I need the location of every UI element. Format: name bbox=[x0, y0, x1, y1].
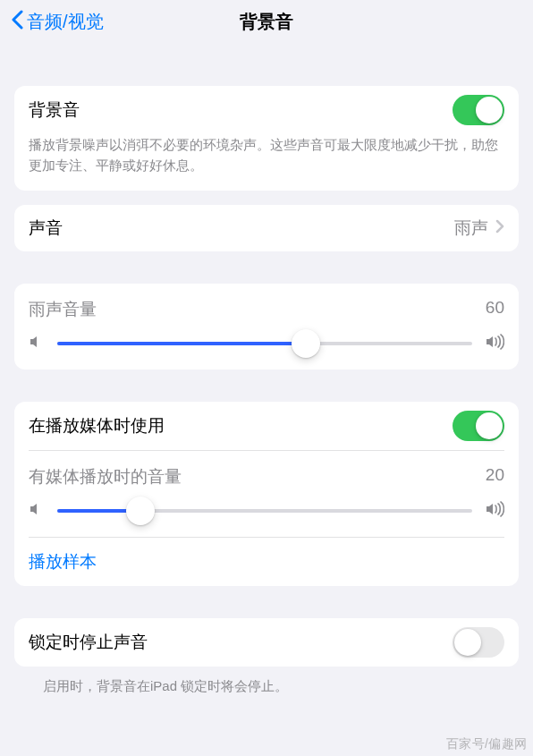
background-sound-toggle[interactable] bbox=[453, 95, 504, 125]
background-sound-row: 背景音 bbox=[29, 86, 504, 134]
rain-volume-label: 雨声音量 bbox=[29, 298, 97, 321]
chevron-left-icon bbox=[11, 10, 23, 34]
lock-stop-toggle[interactable] bbox=[453, 627, 504, 658]
background-sound-label: 背景音 bbox=[29, 98, 80, 122]
lock-stop-row: 锁定时停止声音 bbox=[29, 618, 504, 667]
background-sound-group: 背景音 播放背景噪声以消弭不必要的环境杂声。这些声音可最大限度地减少干扰，助您更… bbox=[14, 86, 519, 191]
speaker-high-icon bbox=[485, 334, 504, 353]
media-group: 在播放媒体时使用 有媒体播放时的音量 20 播放样本 bbox=[14, 402, 519, 586]
speaker-low-icon bbox=[29, 501, 45, 521]
media-toggle[interactable] bbox=[453, 411, 504, 441]
sound-select-row[interactable]: 声音 雨声 bbox=[29, 205, 504, 251]
lock-stop-description: 启用时，背景音在iPad 锁定时将会停止。 bbox=[14, 667, 519, 696]
sound-select-value: 雨声 bbox=[454, 217, 488, 240]
rain-volume-value: 60 bbox=[486, 298, 504, 321]
speaker-high-icon bbox=[485, 501, 504, 521]
back-label: 音频/视觉 bbox=[27, 10, 104, 34]
media-volume-label: 有媒体播放时的音量 bbox=[29, 465, 182, 488]
back-button[interactable]: 音频/视觉 bbox=[11, 10, 104, 34]
lock-stop-group: 锁定时停止声音 bbox=[14, 618, 519, 667]
media-toggle-label: 在播放媒体时使用 bbox=[29, 414, 165, 437]
chevron-right-icon bbox=[495, 218, 504, 238]
play-sample-link[interactable]: 播放样本 bbox=[29, 538, 504, 586]
rain-volume-group: 雨声音量 60 bbox=[14, 284, 519, 370]
media-toggle-row: 在播放媒体时使用 bbox=[29, 402, 504, 450]
watermark: 百家号/偏趣网 bbox=[446, 736, 528, 752]
rain-volume-slider[interactable] bbox=[29, 328, 504, 370]
page-title: 背景音 bbox=[240, 10, 293, 34]
speaker-low-icon bbox=[29, 334, 45, 353]
media-volume-value: 20 bbox=[486, 465, 504, 488]
sound-select-group: 声音 雨声 bbox=[14, 205, 519, 251]
media-volume-slider[interactable] bbox=[29, 496, 504, 537]
background-sound-description: 播放背景噪声以消弭不必要的环境杂声。这些声音可最大限度地减少干扰，助您更加专注、… bbox=[29, 134, 504, 191]
sound-select-label: 声音 bbox=[29, 217, 63, 240]
nav-bar: 音频/视觉 背景音 bbox=[0, 0, 533, 43]
lock-stop-label: 锁定时停止声音 bbox=[29, 631, 148, 654]
